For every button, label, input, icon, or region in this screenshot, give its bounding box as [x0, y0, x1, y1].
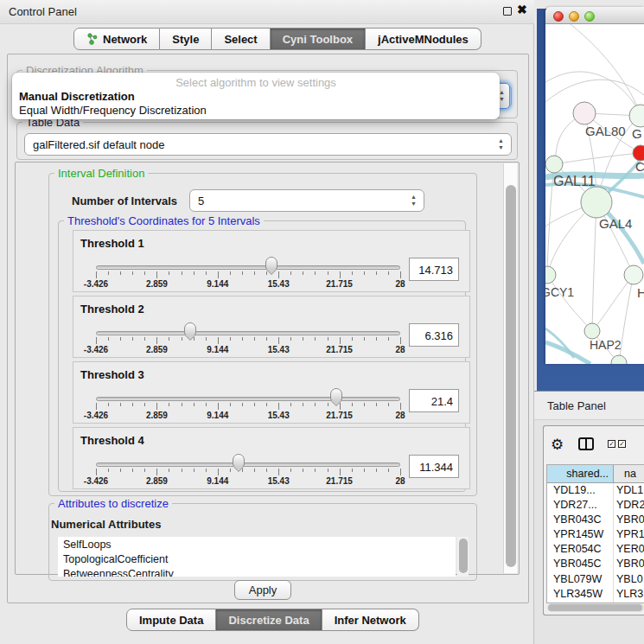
interval-definition-group: Interval Definition Number of Intervals … — [48, 173, 477, 496]
table-row[interactable]: YBR045CYBR0 — [547, 557, 644, 571]
network-node[interactable] — [629, 105, 644, 127]
table-row[interactable]: YDL19...YDL1 — [547, 483, 644, 498]
network-canvas[interactable]: GAL80GCGAL11GAL4GCY1HHAP2 — [545, 24, 644, 364]
column-header-name[interactable]: na — [614, 465, 644, 482]
threshold-1-slider-thumb[interactable] — [265, 257, 277, 270]
close-traffic-light[interactable] — [553, 11, 564, 22]
network-node[interactable] — [545, 266, 556, 284]
top-tab-bar: Network Style Select Cyni Toolbox jActiv… — [73, 28, 481, 50]
network-icon — [86, 33, 99, 45]
number-of-intervals-label: Number of Intervals — [72, 194, 177, 207]
network-node-label: GAL11 — [553, 174, 596, 188]
attributes-group: Attributes to discretize Numerical Attri… — [48, 503, 477, 581]
minimize-traffic-light[interactable] — [569, 11, 579, 22]
zoom-traffic-light[interactable] — [584, 11, 595, 22]
threshold-3-slider-thumb[interactable] — [330, 388, 342, 401]
table-data-combo[interactable]: galFiltered.sif default node ▲▼ — [24, 133, 512, 156]
network-nodes[interactable]: GAL80GCGAL11GAL4GCY1HHAP2 — [545, 102, 644, 364]
cell-name[interactable]: YDL1 — [614, 483, 644, 498]
threshold-1-slider-track[interactable] — [96, 265, 400, 270]
network-node-label: G — [632, 126, 642, 141]
list-item[interactable]: TopologicalCoefficient — [58, 552, 456, 566]
tab-impute-data[interactable]: Impute Data — [126, 609, 216, 631]
network-node[interactable] — [624, 265, 643, 284]
dropdown-option-equal-width-frequency[interactable]: Equal Width/Frequency Discretization — [19, 104, 207, 117]
list-item[interactable]: BetweennessCentrality — [58, 566, 456, 577]
tab-infer-network[interactable]: Infer Network — [322, 609, 419, 631]
cell-shared-name[interactable]: YBL079W — [547, 572, 614, 587]
table-row[interactable]: YPR145WYPR1 — [547, 527, 644, 542]
thresholds-title: Threshold's Coordinates for 5 Intervals — [64, 214, 264, 227]
threshold-2-slider-track[interactable] — [96, 331, 400, 335]
apply-button[interactable]: Apply — [234, 580, 291, 600]
network-node[interactable] — [545, 156, 563, 173]
cell-shared-name[interactable]: YDL19... — [547, 483, 614, 498]
settings-scrollbar[interactable] — [503, 163, 517, 573]
attributes-list-scrollbar[interactable] — [457, 537, 469, 577]
numerical-attributes-list[interactable]: SelfLoops TopologicalCoefficient Between… — [58, 537, 456, 577]
checkbox-icon[interactable]: ✓ — [608, 440, 615, 448]
slider-ticks — [96, 469, 400, 476]
table-header-row: shared... na — [547, 465, 644, 483]
cell-shared-name[interactable]: YLR345W — [547, 587, 614, 602]
network-node-label: GAL4 — [599, 216, 632, 231]
cell-name[interactable]: YBR0 — [614, 513, 644, 527]
threshold-4-value-field[interactable]: 11.344 — [409, 455, 459, 478]
cell-shared-name[interactable]: YDR27... — [547, 498, 614, 513]
threshold-1-value-field[interactable]: 14.713 — [409, 258, 459, 281]
cell-name[interactable]: YLR3 — [614, 587, 644, 602]
network-node[interactable] — [581, 187, 612, 218]
checkbox-icon[interactable]: ✓ — [618, 440, 626, 448]
threshold-row-1: Threshold 1 -3.4262.8599.14415.4321.7152… — [73, 230, 470, 292]
threshold-3-value-field[interactable]: 21.4 — [409, 389, 459, 412]
cell-shared-name[interactable]: YER054C — [547, 542, 614, 557]
gear-icon[interactable]: ⚙ — [551, 436, 564, 454]
cell-shared-name[interactable]: YPR145W — [547, 527, 614, 542]
network-node[interactable] — [584, 323, 600, 339]
tab-jactivemnodules[interactable]: jActiveMNodules — [366, 28, 481, 50]
table-row[interactable]: YDR27...YDR2 — [547, 498, 644, 513]
network-node-label: H — [637, 285, 644, 300]
cell-name[interactable]: YPR1 — [614, 527, 644, 542]
tab-discretize-data[interactable]: Discretize Data — [216, 609, 322, 631]
tab-cyni-toolbox[interactable]: Cyni Toolbox — [271, 28, 366, 50]
cell-name[interactable]: YDR2 — [614, 498, 644, 513]
cell-shared-name[interactable]: YBR045C — [547, 557, 614, 571]
slider-ticks — [96, 337, 400, 345]
threshold-row-2: Threshold 2 -3.4262.8599.14415.4321.7152… — [73, 296, 470, 358]
threshold-2-slider-thumb[interactable] — [184, 322, 196, 335]
threshold-4-slider-track[interactable] — [96, 462, 400, 467]
table-row[interactable]: YBL079WYBL0 — [547, 572, 644, 587]
cell-shared-name[interactable]: YBR043C — [547, 513, 614, 527]
network-node[interactable] — [573, 102, 596, 124]
threshold-2-value-field[interactable]: 6.316 — [409, 323, 459, 347]
number-of-intervals-combo[interactable]: 5 ▲▼ — [189, 189, 424, 212]
tab-style[interactable]: Style — [160, 28, 212, 50]
tab-network[interactable]: Network — [73, 28, 160, 50]
threshold-3-slider-track[interactable] — [96, 397, 400, 401]
dropdown-option-manual-discretization[interactable]: Manual Discretization — [19, 90, 135, 103]
cell-name[interactable]: YBR0 — [614, 557, 644, 571]
list-item[interactable]: SelfLoops — [58, 537, 456, 552]
column-header-shared[interactable]: shared... — [547, 465, 614, 482]
control-panel-titlebar: Control Panel ✖ — [0, 0, 534, 24]
table-row[interactable]: YER054CYER0 — [547, 542, 644, 557]
settings-scrollbar-thumb[interactable] — [506, 185, 516, 567]
float-window-icon[interactable] — [503, 7, 512, 16]
bottom-tab-bar: Impute Data Discretize Data Infer Networ… — [126, 609, 419, 631]
dropdown-prompt: Select algorithm to view settings — [12, 76, 500, 89]
columns-icon[interactable] — [578, 437, 594, 450]
table-row[interactable]: YLR345WYLR3 — [547, 587, 644, 602]
tab-select[interactable]: Select — [212, 28, 270, 50]
thresholds-group: Threshold's Coordinates for 5 Intervals … — [58, 220, 466, 492]
table-horizontal-scrollbar[interactable] — [547, 603, 644, 612]
network-window-titlebar[interactable] — [545, 7, 644, 24]
threshold-4-slider-thumb[interactable] — [233, 454, 245, 467]
cell-name[interactable]: YER0 — [614, 542, 644, 557]
close-icon[interactable]: ✖ — [517, 3, 527, 16]
cell-name[interactable]: YBL0 — [614, 572, 644, 587]
table-body: YDL19...YDL1YDR27...YDR2YBR043CYBR0YPR14… — [547, 483, 644, 603]
network-node-label: GCY1 — [545, 285, 574, 299]
tab-network-label: Network — [103, 33, 147, 46]
table-row[interactable]: YBR043CYBR0 — [547, 513, 644, 527]
